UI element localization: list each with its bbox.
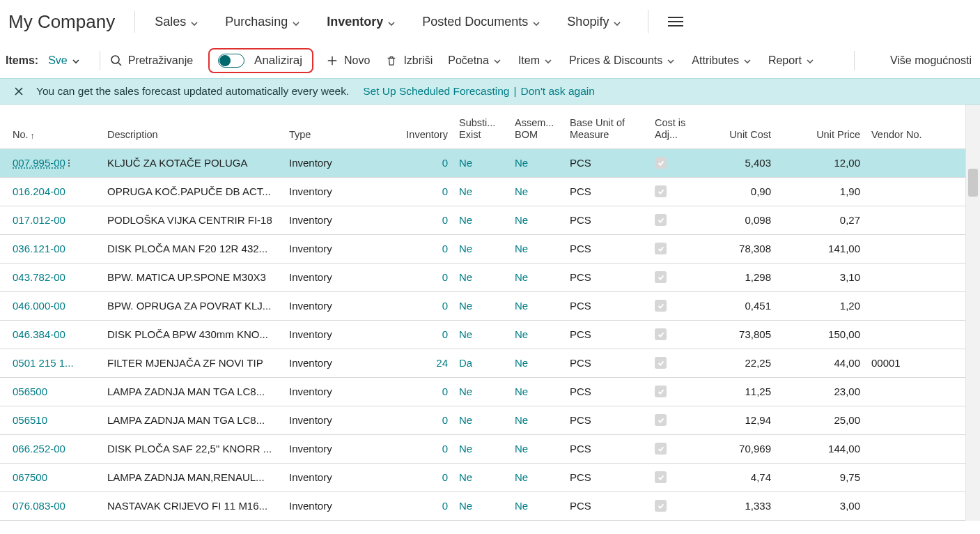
- cell-inventory-link[interactable]: 0: [442, 157, 448, 169]
- item-no-link[interactable]: 016.204-00: [13, 185, 65, 197]
- new-action[interactable]: Novo: [326, 54, 370, 67]
- item-no-link[interactable]: 046.000-00: [13, 300, 65, 312]
- nav-item-posted-documents[interactable]: Posted Documents: [422, 15, 542, 29]
- col-vendor-no[interactable]: Vendor No.: [866, 117, 955, 142]
- cell-assembly-bom-link[interactable]: Ne: [515, 357, 528, 369]
- banner-link-setup[interactable]: Set Up Scheduled Forecasting: [363, 85, 509, 98]
- cell-substitutes-exist-link[interactable]: Ne: [459, 300, 472, 312]
- cell-assembly-bom-link[interactable]: Ne: [515, 271, 528, 283]
- col-assembly-bom[interactable]: Assem... BOM: [509, 117, 564, 142]
- cell-inventory-link[interactable]: 0: [442, 386, 448, 397]
- view-filter-dropdown[interactable]: Sve: [48, 54, 81, 67]
- col-unit-cost[interactable]: Unit Cost: [697, 117, 777, 142]
- cell-substitutes-exist-link[interactable]: Ne: [459, 185, 472, 197]
- cell-assembly-bom-link[interactable]: Ne: [515, 500, 528, 512]
- analyze-toggle[interactable]: Analiziraj: [208, 48, 313, 73]
- nav-item-purchasing[interactable]: Purchasing: [225, 15, 302, 29]
- table-row[interactable]: 043.782-00BPW. MATICA UP.SPONE M30X3Inve…: [0, 264, 965, 292]
- cell-substitutes-exist-link[interactable]: Ne: [459, 157, 472, 169]
- col-description[interactable]: Description: [102, 117, 283, 142]
- col-unit-price[interactable]: Unit Price: [777, 117, 866, 142]
- table-row[interactable]: 056510LAMPA ZADNJA MAN TGA LC8...Invento…: [0, 406, 965, 435]
- cell-inventory-link[interactable]: 0: [442, 443, 448, 455]
- cell-assembly-bom-link[interactable]: Ne: [515, 300, 528, 312]
- row-kebab-icon[interactable]: [68, 160, 72, 167]
- cell-inventory-link[interactable]: 0: [442, 271, 448, 283]
- more-options-button[interactable]: Više mogućnosti: [890, 54, 972, 67]
- col-cost-adjusted[interactable]: Cost is Adj...: [649, 117, 697, 142]
- table-row[interactable]: 076.083-00NASTAVAK CRIJEVO FI 11 M16...I…: [0, 492, 965, 521]
- col-no[interactable]: No.↑: [0, 117, 102, 142]
- cell-assembly-bom-link[interactable]: Ne: [515, 214, 528, 226]
- table-row[interactable]: 016.204-00OPRUGA KOČ.PAPUČE DB ACT...Inv…: [0, 178, 965, 206]
- table-row[interactable]: 036.121-00DISK PLOČA MAN F20 12R 432...I…: [0, 235, 965, 264]
- table-row[interactable]: 046.000-00BPW. OPRUGA ZA POVRAT KLJ...In…: [0, 292, 965, 321]
- cell-substitutes-exist-link[interactable]: Ne: [459, 386, 472, 397]
- cell-assembly-bom-link[interactable]: Ne: [515, 414, 528, 426]
- table-row[interactable]: 007.995-00KLJUČ ZA KOTAČE POLUGAInventor…: [0, 149, 965, 178]
- cell-substitutes-exist-link[interactable]: Ne: [459, 471, 472, 483]
- item-no-link[interactable]: 0501 215 1...: [13, 357, 74, 369]
- menu-item[interactable]: Item: [518, 54, 554, 67]
- item-no-link[interactable]: 066.252-00: [13, 443, 65, 455]
- item-no-link[interactable]: 056500: [13, 386, 47, 397]
- menu-prices-discounts[interactable]: Prices & Discounts: [569, 54, 676, 67]
- table-row[interactable]: 0501 215 1...FILTER MJENJAČA ZF NOVI TIP…: [0, 349, 965, 378]
- col-substitutes[interactable]: Substi... Exist: [453, 117, 509, 142]
- banner-link-dismiss[interactable]: Don't ask again: [520, 85, 594, 98]
- cell-assembly-bom-link[interactable]: Ne: [515, 243, 528, 254]
- nav-item-inventory[interactable]: Inventory: [327, 15, 397, 29]
- cell-inventory-link[interactable]: 0: [442, 214, 448, 226]
- menu-attributes[interactable]: Attributes: [692, 54, 753, 67]
- item-no-link[interactable]: 043.782-00: [13, 271, 65, 283]
- scroll-thumb[interactable]: [968, 169, 978, 197]
- cell-substitutes-exist-link[interactable]: Ne: [459, 328, 472, 340]
- cell-inventory-link[interactable]: 0: [442, 500, 448, 512]
- item-no-link[interactable]: 067500: [13, 471, 47, 483]
- table-row[interactable]: 056500LAMPA ZADNJA MAN TGA LC8...Invento…: [0, 378, 965, 406]
- vertical-scrollbar[interactable]: [965, 105, 980, 521]
- col-base-uom[interactable]: Base Unit of Measure: [564, 117, 649, 142]
- close-icon[interactable]: [10, 82, 28, 100]
- delete-action[interactable]: Izbriši: [385, 54, 433, 67]
- table-row[interactable]: 017.012-00PODLOŠKA VIJKA CENTRIR FI-18In…: [0, 206, 965, 235]
- hamburger-icon[interactable]: [668, 14, 683, 29]
- item-no-link[interactable]: 056510: [13, 414, 47, 426]
- cell-substitutes-exist-link[interactable]: Ne: [459, 214, 472, 226]
- company-name[interactable]: My Company: [8, 11, 135, 33]
- col-type[interactable]: Type: [283, 117, 396, 142]
- table-row[interactable]: 067500LAMPA ZADNJA MAN,RENAUL...Inventor…: [0, 464, 965, 492]
- cell-substitutes-exist-link[interactable]: Ne: [459, 243, 472, 254]
- search-action[interactable]: Pretraživanje: [110, 54, 193, 67]
- table-row[interactable]: 046.384-00DISK PLOČA BPW 430mm KNO...Inv…: [0, 321, 965, 349]
- nav-item-shopify[interactable]: Shopify: [567, 15, 623, 29]
- cell-substitutes-exist-link[interactable]: Ne: [459, 414, 472, 426]
- cell-assembly-bom-link[interactable]: Ne: [515, 386, 528, 397]
- cell-inventory-link[interactable]: 0: [442, 185, 448, 197]
- cell-inventory-link[interactable]: 0: [442, 328, 448, 340]
- menu-report[interactable]: Report: [768, 54, 816, 67]
- cell-inventory-link[interactable]: 0: [442, 300, 448, 312]
- item-no-link[interactable]: 017.012-00: [13, 214, 65, 226]
- cell-inventory-link[interactable]: 0: [442, 243, 448, 254]
- item-no-link[interactable]: 046.384-00: [13, 328, 65, 340]
- cell-assembly-bom-link[interactable]: Ne: [515, 443, 528, 455]
- table-row[interactable]: 066.252-00DISK PLOČA SAF 22,5" KNORR ...…: [0, 435, 965, 464]
- cell-assembly-bom-link[interactable]: Ne: [515, 471, 528, 483]
- menu-po-etna[interactable]: Početna: [448, 54, 503, 67]
- cell-inventory-link[interactable]: 0: [442, 471, 448, 483]
- cell-substitutes-exist-link[interactable]: Ne: [459, 271, 472, 283]
- cell-substitutes-exist-link[interactable]: Da: [459, 357, 472, 369]
- cell-assembly-bom-link[interactable]: Ne: [515, 185, 528, 197]
- item-no-link[interactable]: 007.995-00: [13, 157, 65, 169]
- item-no-link[interactable]: 036.121-00: [13, 243, 65, 254]
- cell-substitutes-exist-link[interactable]: Ne: [459, 443, 472, 455]
- nav-item-sales[interactable]: Sales: [155, 15, 200, 29]
- uom-value[interactable]: PCS: [570, 157, 591, 169]
- col-inventory[interactable]: Inventory: [396, 117, 453, 142]
- cell-assembly-bom-link[interactable]: Ne: [515, 157, 528, 169]
- item-no-link[interactable]: 076.083-00: [13, 500, 65, 512]
- cell-inventory-link[interactable]: 0: [442, 414, 448, 426]
- cell-assembly-bom-link[interactable]: Ne: [515, 328, 528, 340]
- cell-inventory-link[interactable]: 24: [436, 357, 448, 369]
